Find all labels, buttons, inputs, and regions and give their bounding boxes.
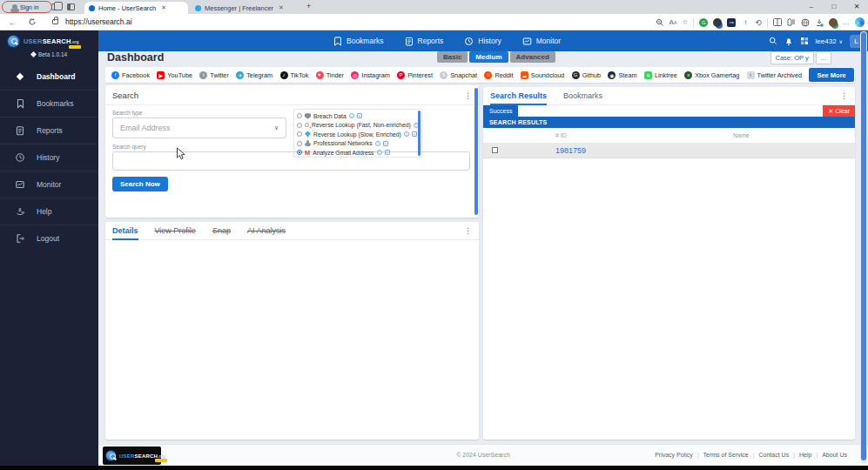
network-facebook[interactable]: fFacebook — [111, 71, 150, 79]
search-icon[interactable] — [769, 37, 777, 45]
notifications-bell-icon[interactable] — [784, 37, 793, 46]
topnav-history[interactable]: History — [464, 37, 501, 46]
topnav-reports[interactable]: Reports — [405, 37, 444, 46]
topnav-monitor[interactable]: Monitor — [522, 37, 561, 46]
footer-link-terms[interactable]: Terms of Service — [703, 452, 749, 458]
close-window-button[interactable]: ✕ — [845, 0, 868, 14]
network-linktree[interactable]: ✳Linktree — [644, 71, 677, 79]
sidebar-item-bookmarks[interactable]: Bookmarks — [0, 90, 98, 117]
info-icon[interactable]: i — [404, 131, 409, 137]
minimize-button[interactable]: – — [800, 0, 823, 14]
mode-advanced-button[interactable]: Advanced — [510, 51, 555, 63]
radio-button[interactable] — [297, 141, 302, 146]
network-steam[interactable]: ◉Steam — [608, 71, 636, 79]
search-now-button[interactable]: Search Now — [112, 177, 168, 191]
downloads-icon[interactable] — [815, 18, 824, 27]
option-analyze-gmail[interactable]: M Analyze Gmail Address i + — [297, 148, 416, 158]
network-soundcloud[interactable]: ☁Soundcloud — [521, 71, 565, 79]
see-more-button[interactable]: See More — [809, 68, 853, 82]
network-twitter-archived[interactable]: tTwitter Archived — [747, 71, 803, 79]
result-id-link[interactable]: 1981759 — [555, 146, 586, 155]
option-professional-networks[interactable]: Professional Networks i + — [297, 139, 416, 149]
info-icon[interactable]: i — [375, 141, 380, 146]
footer-link-about[interactable]: About Us — [822, 452, 847, 458]
extension-icon-green[interactable]: G — [699, 18, 708, 27]
refresh-icon[interactable] — [28, 17, 37, 26]
sidebar-item-help[interactable]: Help — [0, 198, 98, 225]
page-scrollbar[interactable] — [860, 31, 867, 464]
network-youtube[interactable]: ▶YouTube — [157, 71, 192, 79]
browser-tab-messenger[interactable]: Messenger | Freelancer ✕ — [191, 2, 301, 14]
option-reverse-lookup-fast[interactable]: Reverse Lookup (Fast, Non-enriched) i + — [297, 121, 416, 131]
info-icon[interactable]: i — [349, 113, 354, 118]
back-button[interactable]: ← — [9, 17, 17, 27]
tab-ai-analysis[interactable]: AI Analysis — [247, 222, 286, 240]
sidebar-item-reports[interactable]: Reports — [0, 117, 98, 144]
mode-medium-button[interactable]: Medium — [469, 51, 508, 63]
collections-icon[interactable] — [787, 18, 796, 26]
add-icon[interactable]: + — [421, 123, 422, 128]
table-row[interactable]: 1981759 — [483, 143, 855, 158]
add-icon[interactable]: + — [357, 113, 362, 118]
add-icon[interactable]: + — [412, 131, 417, 137]
radio-button[interactable] — [297, 113, 302, 118]
mode-basic-button[interactable]: Basic — [437, 51, 468, 63]
radio-button[interactable] — [297, 123, 302, 128]
kebab-menu-icon[interactable]: ⋮ — [464, 226, 472, 235]
extension-icon-dark-badge[interactable] — [713, 18, 722, 27]
tab-bookmarks[interactable]: Bookmarks — [563, 87, 602, 105]
copilot-icon[interactable] — [855, 17, 865, 27]
network-xbox-gamertag[interactable]: xXbox Gamertag — [684, 71, 739, 79]
network-reddit[interactable]: ☺Reddit — [484, 71, 513, 79]
more-toolbar-icon[interactable]: … — [843, 18, 850, 26]
zoom-out-icon[interactable] — [656, 18, 664, 27]
search-type-select[interactable]: Email Address ∨ — [112, 118, 286, 138]
close-tab-icon[interactable]: ✕ — [279, 4, 284, 11]
sidebar-item-logout[interactable]: Logout — [0, 225, 98, 252]
sidebar-item-monitor[interactable]: Monitor — [0, 171, 98, 198]
clear-button[interactable]: ✕ Clear — [823, 105, 855, 117]
workspaces-icon[interactable] — [49, 2, 61, 12]
network-pinterest[interactable]: PPinterest — [397, 71, 433, 79]
case-button[interactable]: Case: OP y — [770, 51, 814, 64]
footer-link-help[interactable]: Help — [799, 452, 811, 458]
network-twitter[interactable]: tTwitter — [199, 71, 229, 79]
new-tab-button[interactable]: + — [306, 2, 311, 10]
extension-icon-paw[interactable] — [829, 18, 838, 27]
tab-view-profile[interactable]: View Profile — [155, 222, 196, 240]
close-tab-icon[interactable]: ✕ — [161, 4, 166, 11]
extension-icon-navy[interactable]: cw — [727, 18, 736, 27]
circle-c-icon[interactable]: ⟲ — [755, 18, 762, 27]
network-github[interactable]: GGithub — [572, 71, 602, 79]
browser-essentials-icon[interactable] — [801, 18, 810, 27]
maximize-button[interactable]: □ — [823, 0, 845, 14]
case-more-button[interactable]: ... — [816, 51, 831, 64]
scrollbar-thumb[interactable] — [861, 32, 866, 460]
kebab-menu-icon[interactable]: ⋮ — [840, 91, 848, 100]
favorite-star-icon[interactable]: ☆ — [682, 18, 688, 26]
topnav-bookmarks[interactable]: Bookmarks — [333, 37, 384, 46]
footer-link-contact[interactable]: Contact Us — [759, 452, 790, 458]
options-scrollbar[interactable] — [418, 111, 421, 156]
add-icon[interactable]: + — [385, 150, 390, 155]
radio-button[interactable] — [297, 131, 302, 137]
option-reverse-lookup-slow[interactable]: Reverse Lookup (Slow, Enriched) i + — [297, 130, 416, 139]
add-icon[interactable]: + — [383, 141, 388, 146]
vertical-tabs-icon[interactable] — [64, 2, 77, 12]
apps-grid-icon[interactable] — [800, 37, 809, 45]
kebab-menu-icon[interactable]: ⋮ — [464, 91, 472, 100]
browser-tab-home[interactable]: Home - UserSearch ✕ — [84, 2, 188, 14]
tab-search-results[interactable]: Search Results — [490, 87, 547, 105]
text-size-icon[interactable]: AA — [670, 18, 677, 26]
radio-button-selected[interactable] — [297, 150, 302, 155]
info-icon[interactable]: i — [377, 150, 382, 155]
network-instagram[interactable]: ◎Instagram — [351, 71, 389, 79]
network-snapchat[interactable]: SSnapchat — [440, 71, 477, 79]
network-telegram[interactable]: ✈Telegram — [236, 71, 273, 79]
search-card-scrollbar[interactable] — [474, 88, 478, 215]
site-info-lock-icon[interactable] — [52, 19, 58, 24]
browser-signin-button[interactable]: Sign in — [5, 2, 45, 12]
twitter-bird-icon[interactable]: t — [741, 18, 750, 27]
tab-details[interactable]: Details — [112, 222, 138, 240]
split-screen-icon[interactable] — [773, 18, 782, 26]
